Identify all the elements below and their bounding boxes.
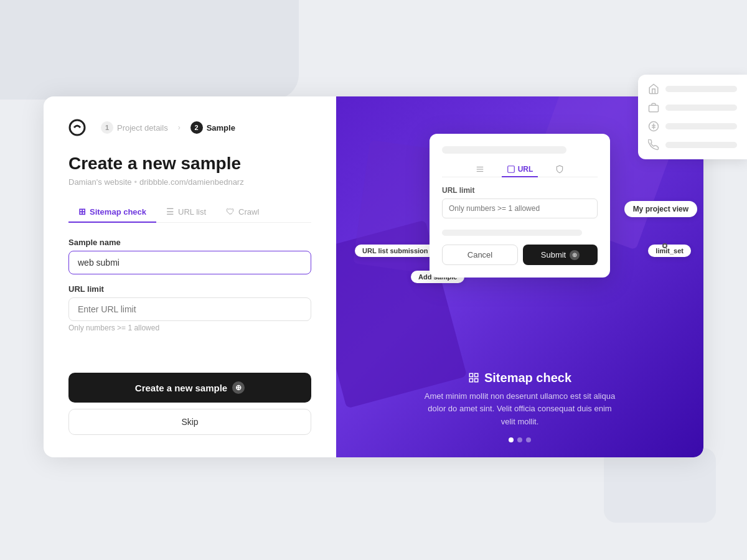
step-2: 2 Sample xyxy=(190,121,235,134)
modal-submit-button[interactable]: Submit ⊕ xyxy=(523,245,598,265)
modal-tab-url[interactable]: URL xyxy=(502,162,538,177)
page-title: Create a new sample xyxy=(68,154,311,174)
sidebar-item-briefcase[interactable] xyxy=(648,102,737,113)
page-subtitle: Damian's website • dribbble.com/damienbe… xyxy=(68,177,311,187)
sidebar-item-home[interactable] xyxy=(648,83,737,95)
pagination-dots xyxy=(351,437,688,442)
svg-rect-6 xyxy=(507,166,514,173)
sidebar-line-dollar xyxy=(665,123,737,129)
sample-name-input[interactable] xyxy=(68,251,311,274)
skip-label: Skip xyxy=(181,417,198,427)
modal-tab-shield-icon xyxy=(555,165,564,174)
svg-rect-8 xyxy=(474,373,477,376)
dollar-icon xyxy=(648,121,659,132)
svg-point-2 xyxy=(70,120,85,135)
step-1: 1 Project details xyxy=(101,121,168,134)
modal-tab-left[interactable] xyxy=(471,162,489,177)
modal-tab-shield[interactable] xyxy=(550,162,569,177)
modal-url-input[interactable] xyxy=(442,198,598,218)
submit-icon: ⊕ xyxy=(570,250,580,260)
sidebar-item-phone[interactable] xyxy=(648,139,737,151)
tab-sitemap-label: Sitemap check xyxy=(90,207,146,217)
dot-separator: • xyxy=(134,177,137,187)
create-sample-button[interactable]: Create a new sample ⊕ xyxy=(68,373,311,403)
modal-top-bar xyxy=(442,146,566,154)
modal-tabs: URL xyxy=(442,162,598,177)
bg-shape-right xyxy=(604,448,716,523)
dot-3[interactable] xyxy=(526,437,531,442)
sidebar-line-home xyxy=(665,86,737,92)
svg-rect-7 xyxy=(469,373,472,376)
svg-rect-0 xyxy=(649,105,659,112)
tab-url-label: URL list xyxy=(178,207,206,217)
bottom-section: Sitemap check Amet minim mollit non dese… xyxy=(336,358,703,457)
subtitle-site: Damian's website xyxy=(68,177,131,187)
sample-name-label: Sample name xyxy=(68,238,311,247)
modal-submit-label: Submit xyxy=(541,250,566,259)
sidebar-line-phone xyxy=(665,142,737,148)
modal-cancel-label: Cancel xyxy=(467,250,492,259)
subtitle-url: dribbble.com/damienbednarz xyxy=(139,177,244,187)
step-2-label: Sample xyxy=(207,123,235,133)
modal-field-label: URL limit xyxy=(442,186,598,195)
modal-tab-url-label: URL xyxy=(518,165,533,174)
step-divider: › xyxy=(178,123,181,132)
steps: 1 Project details › 2 Sample xyxy=(101,121,235,134)
flow-dot-right xyxy=(662,243,667,248)
sitemap-icon: ⊞ xyxy=(78,207,86,217)
flow-label-limit: limit_set xyxy=(648,245,691,257)
main-card: 1 Project details › 2 Sample Create a ne… xyxy=(44,96,703,457)
bg-shape-left xyxy=(0,0,299,100)
bottom-description: Amet minim mollit non deserunt ullamco e… xyxy=(420,390,619,429)
url-limit-hint: Only numbers >= 1 allowed xyxy=(68,324,311,332)
step-1-label: Project details xyxy=(117,123,168,133)
modal-cancel-button[interactable]: Cancel xyxy=(442,245,518,265)
svg-rect-10 xyxy=(469,379,472,382)
modal-gray-bar xyxy=(442,230,582,236)
skip-button[interactable]: Skip xyxy=(68,409,311,435)
dot-2[interactable] xyxy=(517,437,522,442)
tabs: ⊞ Sitemap check ☰ URL list 🛡 Crawl xyxy=(68,202,311,223)
flow-label-submission: URL list submission xyxy=(355,245,436,257)
crawl-icon: 🛡 xyxy=(226,207,235,217)
tab-url-list[interactable]: ☰ URL list xyxy=(156,202,216,223)
dot-1[interactable] xyxy=(509,437,514,442)
phone-icon xyxy=(648,139,659,151)
url-limit-label: URL limit xyxy=(68,284,311,294)
top-bar: 1 Project details › 2 Sample xyxy=(68,119,311,136)
modal-tab-left-icon xyxy=(476,165,484,174)
sidebar-item-dollar[interactable] xyxy=(648,121,737,132)
logo-icon xyxy=(68,119,86,136)
sample-name-field: Sample name xyxy=(68,238,311,274)
modal-actions: Cancel Submit ⊕ xyxy=(442,245,598,265)
bottom-title: Sitemap check xyxy=(351,371,688,385)
url-limit-input[interactable] xyxy=(68,297,311,321)
url-limit-field: URL limit Only numbers >= 1 allowed xyxy=(68,284,311,332)
home-icon xyxy=(648,83,659,95)
url-list-icon: ☰ xyxy=(166,207,174,217)
tab-crawl-label: Crawl xyxy=(238,207,259,217)
mini-sidebar xyxy=(638,75,747,159)
modal-tab-url-icon xyxy=(507,165,515,174)
tab-sitemap-check[interactable]: ⊞ Sitemap check xyxy=(68,202,156,223)
step-1-num: 1 xyxy=(101,121,113,134)
tab-crawl[interactable]: 🛡 Crawl xyxy=(216,202,269,223)
modal-dialog: URL URL limit Cancel Submi xyxy=(430,134,610,278)
bottom-sitemap-icon xyxy=(468,372,479,383)
briefcase-icon xyxy=(648,102,659,113)
bottom-title-text: Sitemap check xyxy=(484,371,571,385)
create-icon: ⊕ xyxy=(232,381,245,394)
step-2-num: 2 xyxy=(190,121,203,134)
svg-rect-9 xyxy=(474,379,477,382)
left-panel: 1 Project details › 2 Sample Create a ne… xyxy=(44,96,336,457)
sidebar-line-briefcase xyxy=(665,105,737,111)
create-sample-label: Create a new sample xyxy=(135,383,227,393)
my-project-badge: My project view xyxy=(624,201,697,217)
